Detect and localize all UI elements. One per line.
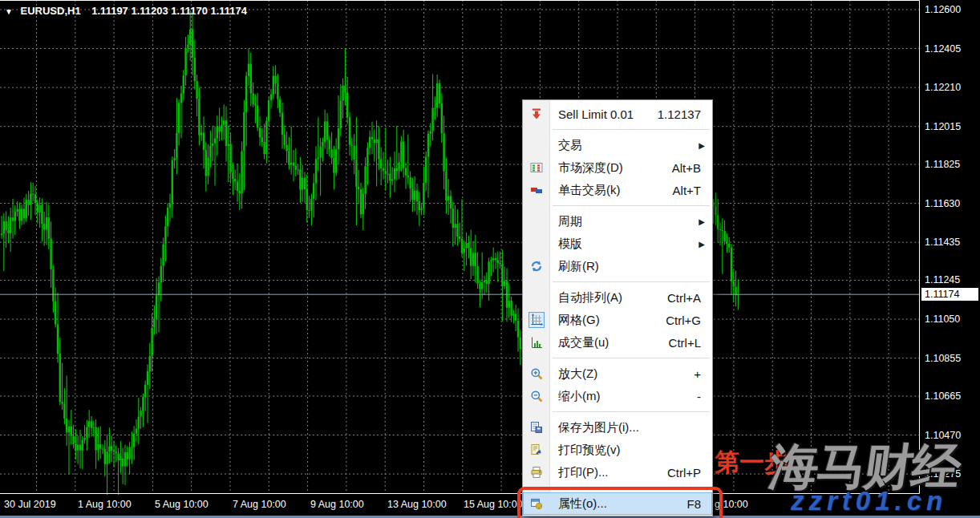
- menu-item-label: 模版: [558, 237, 582, 252]
- menu-item-label: 缩小(m): [558, 389, 601, 404]
- menu-item-label: Sell Limit 0.01: [558, 107, 634, 121]
- menu-item-save-picture[interactable]: 保存为图片(i)...: [523, 416, 712, 439]
- menu-item-label: 单击交易(k): [558, 183, 621, 198]
- save-picture-icon: [523, 421, 549, 434]
- zoom-out-icon: [523, 390, 549, 403]
- menu-item-label: 周期: [558, 214, 582, 229]
- price-axis-label: 1.11825: [925, 159, 960, 170]
- price-axis-label: 1.10665: [925, 391, 961, 402]
- menu-item-zoom-in[interactable]: 放大(Z) +: [523, 362, 712, 385]
- one-click-trading-icon: [523, 184, 549, 196]
- price-axis-label: 1.12210: [925, 82, 961, 93]
- chart-symbol: EURUSD,H1: [21, 5, 81, 17]
- menu-item-volumes[interactable]: 成交量(u) Ctrl+L: [523, 331, 712, 354]
- menu-item-label: 交易: [558, 138, 582, 153]
- price-axis-label: 1.12015: [925, 121, 961, 132]
- menu-item-shortcut: Alt+T: [673, 184, 701, 197]
- sell-limit-icon: [523, 107, 549, 120]
- menu-item-period[interactable]: 周期 ▶: [523, 210, 712, 233]
- price-axis-label: 1.12405: [925, 43, 961, 55]
- menu-item-label: 市场深度(D): [558, 160, 623, 176]
- menu-item-sell-limit[interactable]: Sell Limit 0.01 1.12137: [523, 103, 712, 125]
- menu-separator: [523, 354, 712, 362]
- price-axis-label: 1.12600: [925, 4, 961, 15]
- price-axis: 1.126001.124051.122101.120151.118251.116…: [919, 0, 980, 495]
- menu-separator: [523, 125, 712, 134]
- time-axis-label: 30 Jul 2019: [4, 499, 56, 510]
- time-axis-label: 5 Aug 10:00: [155, 499, 209, 510]
- menu-item-properties[interactable]: 属性(o)... F8: [523, 492, 712, 515]
- dropdown-marker-icon: ▼: [5, 7, 13, 16]
- time-axis-label: 15 Aug 10:00: [464, 499, 523, 510]
- menu-item-shortcut: F8: [686, 497, 701, 511]
- watermark-url: zzrt01.cn: [791, 486, 947, 516]
- menu-item-shortcut: Ctrl+L: [669, 336, 701, 350]
- price-axis-label: 1.11050: [925, 314, 960, 325]
- time-axis-label: 7 Aug 10:00: [233, 499, 286, 510]
- menu-item-grid[interactable]: 网格(G) Ctrl+G: [523, 309, 712, 331]
- chart-ohlc-values: 1.11197 1.11203 1.11170 1.11174: [91, 5, 247, 17]
- submenu-arrow-icon: ▶: [699, 141, 705, 150]
- volumes-icon: [523, 336, 549, 349]
- menu-item-shortcut: Alt+B: [672, 161, 701, 175]
- print-preview-icon: [523, 443, 549, 456]
- menu-item-template[interactable]: 模版 ▶: [523, 233, 712, 255]
- menu-item-zoom-out[interactable]: 缩小(m) -: [523, 385, 712, 407]
- zoom-in-icon: [523, 367, 549, 380]
- time-axis-label: 9 Aug 10:00: [310, 499, 364, 510]
- menu-item-label: 自动排列(A): [558, 290, 622, 306]
- refresh-icon: [523, 260, 549, 273]
- market-depth-icon: [523, 161, 549, 174]
- menu-item-label: 打印预览(v): [558, 443, 621, 458]
- time-axis-label: 1 Aug 10:00: [78, 499, 132, 510]
- menu-item-shortcut: -: [697, 390, 701, 403]
- menu-separator: [523, 201, 712, 210]
- price-axis-label: 1.11435: [925, 237, 960, 248]
- grid-icon-active-box: [528, 312, 545, 328]
- properties-icon: [523, 497, 549, 510]
- grid-icon: [523, 312, 549, 328]
- current-price-tag: 1.11174: [921, 288, 978, 301]
- menu-item-market-depth[interactable]: 市场深度(D) Alt+B: [523, 156, 712, 179]
- menu-separator: [523, 484, 712, 492]
- menu-separator: [523, 407, 712, 416]
- menu-item-refresh[interactable]: 刷新(R): [523, 255, 712, 277]
- menu-item-shortcut: Ctrl+G: [666, 314, 701, 327]
- submenu-arrow-icon: ▶: [699, 240, 705, 249]
- price-axis-label: 1.10855: [925, 353, 961, 364]
- menu-item-print[interactable]: 打印(P)... Ctrl+P: [523, 461, 712, 484]
- menu-item-label: 保存为图片(i)...: [558, 420, 639, 435]
- price-axis-label: 1.11245: [925, 274, 960, 285]
- menu-item-price: 1.12137: [658, 107, 701, 121]
- print-icon: [523, 466, 549, 479]
- menu-item-one-click-trading[interactable]: 单击交易(k) Alt+T: [523, 179, 712, 201]
- menu-item-label: 网格(G): [558, 313, 600, 328]
- menu-item-label: 成交量(u): [558, 335, 609, 350]
- time-axis-label: 13 Aug 10:00: [387, 499, 447, 510]
- candlestick-chart[interactable]: [0, 0, 980, 495]
- menu-item-label: 属性(o)...: [558, 496, 607, 512]
- menu-item-shortcut: Ctrl+A: [667, 291, 701, 305]
- menu-item-shortcut: Ctrl+P: [667, 466, 701, 480]
- menu-item-print-preview[interactable]: 打印预览(v): [523, 439, 712, 461]
- menu-item-label: 打印(P)...: [558, 465, 609, 480]
- menu-item-label: 刷新(R): [558, 259, 599, 274]
- menu-item-label: 放大(Z): [558, 366, 597, 382]
- submenu-arrow-icon: ▶: [699, 217, 705, 226]
- chart-title: ▼ EURUSD,H1 1.11197 1.11203 1.11170 1.11…: [5, 5, 247, 17]
- chart-context-menu: Sell Limit 0.01 1.12137 交易 ▶ 市场深度(D) Alt…: [522, 99, 713, 516]
- menu-item-auto-arrange[interactable]: 自动排列(A) Ctrl+A: [523, 286, 712, 309]
- menu-item-trade[interactable]: 交易 ▶: [523, 134, 712, 156]
- time-axis-label: g 10:00: [715, 499, 748, 510]
- menu-separator: [523, 277, 712, 286]
- price-axis-label: 1.11630: [925, 198, 960, 209]
- menu-item-shortcut: +: [694, 367, 701, 381]
